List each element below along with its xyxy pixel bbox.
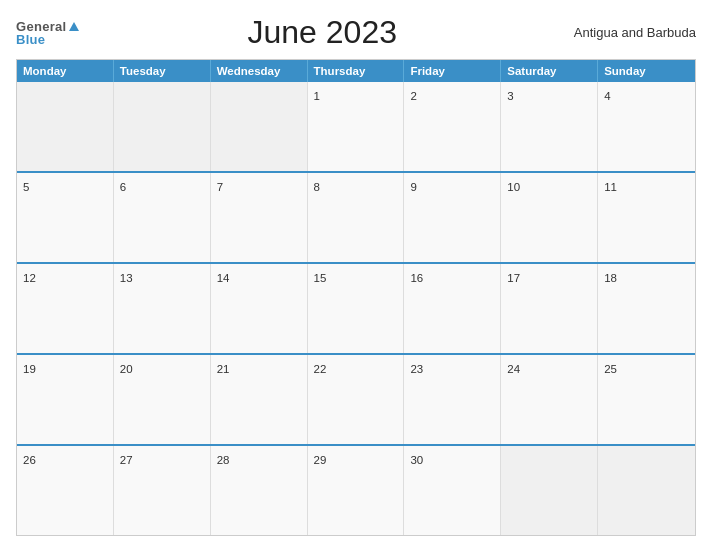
logo-triangle-icon [69,22,79,31]
day-number: 24 [507,363,520,375]
calendar-cell: 1 [308,82,405,171]
logo: General Blue [16,20,79,46]
day-number: 16 [410,272,423,284]
calendar-cell: 21 [211,355,308,444]
calendar-cell [501,446,598,535]
day-number: 20 [120,363,133,375]
day-header-saturday: Saturday [501,60,598,82]
day-number: 23 [410,363,423,375]
day-number: 29 [314,454,327,466]
day-number: 7 [217,181,223,193]
day-number: 9 [410,181,416,193]
day-number: 10 [507,181,520,193]
calendar-cell: 6 [114,173,211,262]
day-header-friday: Friday [404,60,501,82]
day-number: 26 [23,454,36,466]
day-number: 8 [314,181,320,193]
calendar-cell: 20 [114,355,211,444]
day-header-sunday: Sunday [598,60,695,82]
day-number: 1 [314,90,320,102]
calendar-body: 1234567891011121314151617181920212223242… [17,82,695,535]
calendar-cell: 13 [114,264,211,353]
country-label: Antigua and Barbuda [566,25,696,40]
day-number: 12 [23,272,36,284]
calendar-cell: 11 [598,173,695,262]
calendar-week-3: 12131415161718 [17,262,695,353]
calendar-cell [211,82,308,171]
day-number: 11 [604,181,617,193]
day-header-wednesday: Wednesday [211,60,308,82]
calendar-header: MondayTuesdayWednesdayThursdayFridaySatu… [17,60,695,82]
calendar-cell: 4 [598,82,695,171]
calendar-cell [598,446,695,535]
day-number: 5 [23,181,29,193]
calendar-cell: 17 [501,264,598,353]
day-number: 4 [604,90,610,102]
calendar-cell: 18 [598,264,695,353]
calendar-cell: 29 [308,446,405,535]
day-number: 28 [217,454,230,466]
day-number: 6 [120,181,126,193]
day-header-thursday: Thursday [308,60,405,82]
calendar-week-5: 2627282930 [17,444,695,535]
calendar-cell: 24 [501,355,598,444]
calendar-cell: 10 [501,173,598,262]
calendar-cell: 22 [308,355,405,444]
day-number: 30 [410,454,423,466]
calendar-cell: 28 [211,446,308,535]
day-header-tuesday: Tuesday [114,60,211,82]
day-number: 21 [217,363,230,375]
day-header-monday: Monday [17,60,114,82]
day-number: 15 [314,272,327,284]
month-title: June 2023 [79,14,566,51]
calendar-cell: 2 [404,82,501,171]
calendar-cell: 3 [501,82,598,171]
calendar-week-4: 19202122232425 [17,353,695,444]
calendar-cell: 12 [17,264,114,353]
calendar-cell: 26 [17,446,114,535]
calendar-cell: 14 [211,264,308,353]
calendar-cell: 5 [17,173,114,262]
calendar-cell: 27 [114,446,211,535]
calendar-cell: 8 [308,173,405,262]
calendar-cell: 9 [404,173,501,262]
calendar-cell: 19 [17,355,114,444]
calendar-cell: 15 [308,264,405,353]
calendar-cell [17,82,114,171]
day-number: 3 [507,90,513,102]
day-number: 14 [217,272,230,284]
day-number: 2 [410,90,416,102]
logo-general-text: General [16,20,67,33]
day-number: 27 [120,454,133,466]
page-header: General Blue June 2023 Antigua and Barbu… [16,14,696,51]
calendar-cell: 23 [404,355,501,444]
calendar-page: General Blue June 2023 Antigua and Barbu… [0,0,712,550]
day-number: 22 [314,363,327,375]
calendar-cell: 30 [404,446,501,535]
calendar-cell: 16 [404,264,501,353]
day-number: 19 [23,363,36,375]
calendar-cell: 7 [211,173,308,262]
calendar-week-2: 567891011 [17,171,695,262]
calendar-week-1: 1234 [17,82,695,171]
logo-blue-text: Blue [16,33,45,46]
calendar-cell [114,82,211,171]
day-number: 17 [507,272,520,284]
day-number: 13 [120,272,133,284]
day-number: 25 [604,363,617,375]
calendar: MondayTuesdayWednesdayThursdayFridaySatu… [16,59,696,536]
calendar-cell: 25 [598,355,695,444]
day-number: 18 [604,272,617,284]
